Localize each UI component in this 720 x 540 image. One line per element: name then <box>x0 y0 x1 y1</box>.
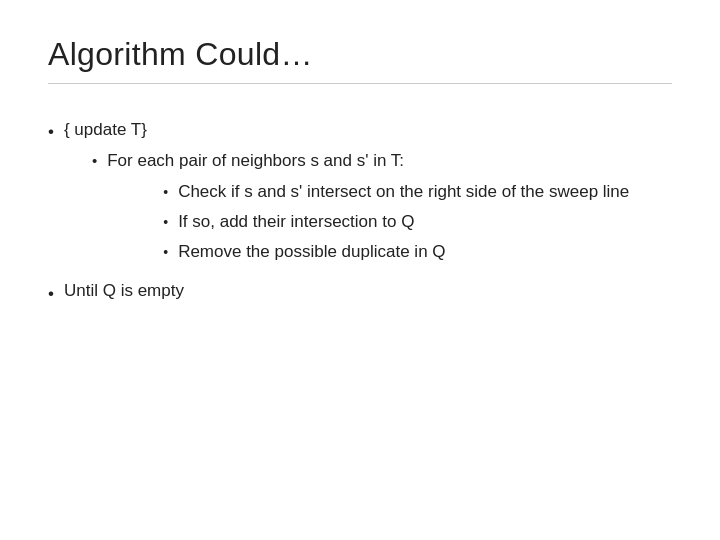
bullet-marker-l3-3: • <box>163 241 168 263</box>
bullet-text-l3-2: If so, add their intersection to Q <box>178 209 414 235</box>
bullet-l1-update-t: • { update T} • For each pair of neighbo… <box>48 116 672 274</box>
bullet-l3-check-if: • Check if s and s' intersect on the rig… <box>163 179 629 205</box>
bullet-marker-l1-2: • <box>48 280 54 307</box>
bullet-text-l3-1: Check if s and s' intersect on the right… <box>178 179 629 205</box>
bullet-l3-if-so: • If so, add their intersection to Q <box>163 209 629 235</box>
slide-title: Algorithm Could… <box>48 36 672 84</box>
bullet-marker-l2-1: • <box>92 149 97 173</box>
bullet-marker-l3-2: • <box>163 211 168 233</box>
slide-content: • { update T} • For each pair of neighbo… <box>48 116 672 311</box>
bullet-marker-l1-1: • <box>48 118 54 145</box>
bullet-text-l1-2: Until Q is empty <box>64 278 184 304</box>
bullet-marker-l3-1: • <box>163 181 168 203</box>
bullet-text-l3-3: Remove the possible duplicate in Q <box>178 239 445 265</box>
bullet-text-l2-1: For each pair of neighbors s and s' in T… <box>107 151 404 170</box>
bullet-l1-until-q: • Until Q is empty <box>48 278 672 307</box>
bullet-l3-remove: • Remove the possible duplicate in Q <box>163 239 629 265</box>
bullet-l2-for-each: • For each pair of neighbors s and s' in… <box>92 147 629 269</box>
sub-bullets-l2-1: • Check if s and s' intersect on the rig… <box>107 179 629 266</box>
slide-container: Algorithm Could… • { update T} • For eac… <box>0 0 720 540</box>
bullet-text-l1-1: { update T} <box>64 120 147 139</box>
sub-bullets-l1-1: • For each pair of neighbors s and s' in… <box>64 147 629 269</box>
